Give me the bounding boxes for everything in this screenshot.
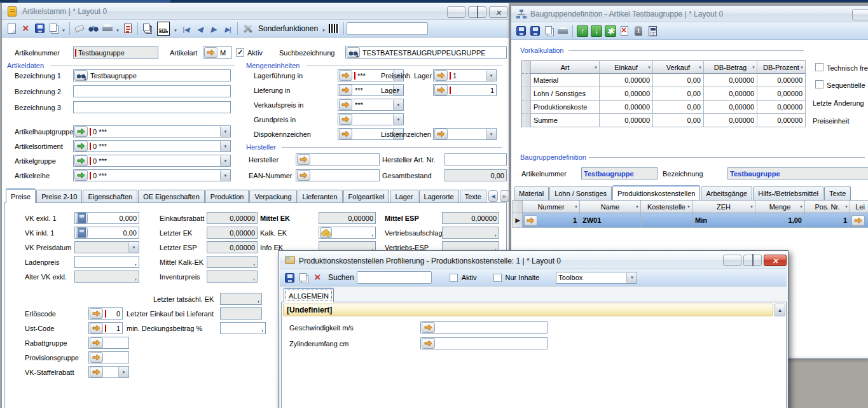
dropdown-button[interactable]	[626, 272, 637, 283]
lookup-arrow-button[interactable]	[422, 322, 435, 333]
explode-button[interactable]	[603, 24, 617, 38]
sequentielle-checkbox[interactable]	[815, 80, 823, 88]
baugruppen-titlebar[interactable]: Baugruppendefinition - Artikel Testbaugr…	[511, 6, 868, 22]
clear-button[interactable]	[72, 22, 86, 36]
dropdown-button[interactable]	[393, 114, 403, 125]
copies-button[interactable]	[141, 22, 155, 36]
technisch-frei-checkbox[interactable]	[815, 63, 823, 71]
cell-menge[interactable]: 1,00	[755, 213, 805, 228]
move-up-button[interactable]	[575, 24, 589, 38]
tab-folgeartikel[interactable]: Folgeartikel	[343, 190, 390, 203]
translate-lookup-button[interactable]	[74, 70, 88, 81]
tab-lieferanten[interactable]: Lieferanten	[298, 190, 343, 203]
lookup-arrow-button[interactable]	[339, 129, 352, 139]
lookup-arrow-button[interactable]	[297, 154, 310, 165]
lookup-arrow-button[interactable]	[204, 47, 217, 58]
cell-zeh[interactable]: Min	[692, 213, 755, 228]
dialog-minimize-button[interactable]	[723, 255, 741, 266]
search-button[interactable]	[86, 22, 100, 36]
table-row[interactable]: Produktionskoste 0,00000 0,00 0,00000 0,…	[522, 101, 806, 114]
col-verkauf[interactable]: Verkauf▼	[653, 61, 704, 74]
nav-last-button[interactable]	[221, 22, 235, 36]
special-functions-button[interactable]	[240, 22, 254, 36]
zylinderumfang-field[interactable]	[420, 337, 548, 349]
copy-dropdown[interactable]	[60, 22, 67, 36]
hersteller-artnr-field[interactable]	[444, 153, 507, 165]
lookup-arrow-button[interactable]	[90, 352, 103, 363]
ladenpreis-field[interactable]: ,	[74, 256, 139, 268]
lookup-arrow-button[interactable]	[339, 114, 352, 125]
dialog-close-button[interactable]	[764, 255, 787, 266]
cell-leistung[interactable]	[850, 213, 868, 228]
tab-scroll-left[interactable]: ◀	[488, 190, 498, 202]
lookup-arrow-button[interactable]	[434, 70, 448, 81]
kostenstellen-row-selected[interactable]: 1 ZW01 Min 1,00 1	[513, 213, 868, 228]
print-dropdown[interactable]	[114, 22, 121, 36]
vk-exkl-field[interactable]: 0,000	[74, 212, 139, 224]
lager-field[interactable]: 1	[433, 84, 497, 96]
coins-button[interactable]	[320, 227, 332, 238]
col-zeh[interactable]: ZEH▼	[692, 200, 755, 213]
tab-produktion[interactable]: Produktion	[205, 190, 249, 203]
dialog-search-input[interactable]	[357, 271, 432, 284]
vk-preisdatum-field[interactable]	[74, 241, 139, 253]
move-down-button[interactable]	[589, 24, 603, 38]
print-preview-button[interactable]	[121, 22, 135, 36]
dialog-aktiv-checkbox[interactable]	[450, 274, 458, 282]
dropdown-button[interactable]	[393, 99, 403, 110]
barcode-button[interactable]	[327, 22, 341, 36]
col-kostenstelle[interactable]: Kostenstelle▼	[641, 200, 692, 213]
lookup-arrow-button[interactable]	[90, 367, 103, 377]
nur-inhalte-checkbox[interactable]	[493, 274, 502, 282]
lookup-arrow-button[interactable]	[339, 70, 352, 81]
calc-button[interactable]	[76, 227, 88, 238]
tab-preise-2-10[interactable]: Preise 2-10	[36, 190, 82, 203]
tab-material[interactable]: Material	[514, 186, 549, 200]
dropdown-button[interactable]	[486, 70, 496, 81]
minimize-button[interactable]	[852, 9, 868, 20]
lookup-arrow-button[interactable]	[434, 129, 448, 139]
goto-arrow-button[interactable]	[74, 170, 88, 181]
bezeichnung2-field[interactable]	[73, 85, 231, 97]
lookup-arrow-button[interactable]	[434, 85, 448, 95]
toolbox-select[interactable]: Toolbox	[556, 272, 637, 284]
listkennzeichen-field[interactable]	[433, 128, 497, 140]
undefiniert-group-header[interactable]: [Undefiniert]	[283, 304, 773, 316]
dropdown-button[interactable]	[220, 170, 230, 181]
tab-lohn-sonstiges[interactable]: Lohn / Sonstiges	[549, 186, 612, 200]
tab-produktionskostenstellen[interactable]: Produktionskostenstellen	[612, 185, 700, 200]
tab-arbeitsgaenge[interactable]: Arbeitsgänge	[701, 186, 752, 200]
lookup-arrow-button[interactable]	[851, 215, 865, 226]
col-einkauf[interactable]: Einkauf▼	[600, 61, 653, 74]
copy-button[interactable]	[542, 24, 556, 38]
tab-oe-eigenschaften[interactable]: OE Eigenschaften	[138, 190, 205, 203]
lookup-arrow-button[interactable]	[90, 337, 103, 348]
lookup-arrow-button[interactable]	[90, 308, 103, 319]
tab-hilfs-betriebsmittel[interactable]: Hilfs-/Betriebsmittel	[753, 186, 823, 200]
tab-preise[interactable]: Preise	[6, 188, 36, 203]
lookup-arrow-button[interactable]	[297, 170, 310, 181]
bezeichnung3-field[interactable]	[73, 101, 231, 113]
copy-button[interactable]	[296, 271, 310, 285]
geschwindigkeit-field[interactable]	[420, 321, 548, 334]
goto-arrow-button[interactable]	[74, 141, 88, 151]
sql-dropdown[interactable]	[172, 22, 179, 36]
nav-first-button[interactable]	[179, 22, 193, 36]
lookup-arrow-button[interactable]	[524, 215, 537, 226]
sonderfunktionen-dropdown[interactable]	[320, 22, 327, 36]
cell-nummer[interactable]: 1	[523, 213, 580, 228]
vk-staffelrabatt-field[interactable]	[88, 366, 129, 378]
col-menge[interactable]: Menge▼	[755, 200, 805, 213]
cell-kostenstelle[interactable]	[641, 213, 692, 228]
verkaufspreis-field[interactable]: ***	[338, 99, 404, 111]
sql-button[interactable]	[155, 22, 172, 36]
toolbar-search-input[interactable]	[347, 22, 428, 35]
ean-field[interactable]	[296, 169, 380, 181]
dropdown-button[interactable]	[220, 155, 230, 166]
close-button[interactable]	[489, 6, 507, 18]
nav-next-button[interactable]	[207, 22, 221, 36]
nav-prev-button[interactable]	[193, 22, 207, 36]
vk-inkl-field[interactable]: 0,00	[74, 227, 139, 239]
weight-button[interactable]	[631, 24, 645, 38]
save-button[interactable]	[514, 24, 528, 38]
